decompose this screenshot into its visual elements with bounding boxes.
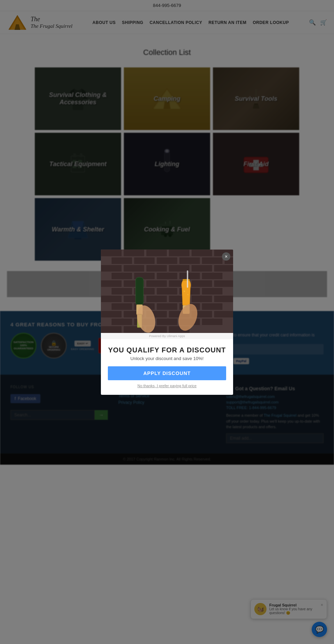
svg-rect-45 (101, 265, 122, 272)
svg-rect-36 (169, 250, 190, 256)
modal-overlay: × (0, 0, 334, 644)
powered-by-label: Powered By Ulimani Apps (101, 333, 233, 339)
svg-rect-35 (146, 250, 167, 256)
svg-rect-84 (111, 318, 132, 325)
svg-rect-54 (179, 272, 200, 279)
svg-rect-41 (157, 257, 177, 264)
svg-rect-78 (101, 311, 122, 318)
discount-modal: × (101, 250, 233, 395)
svg-rect-71 (191, 295, 212, 302)
svg-rect-69 (146, 295, 167, 302)
modal-illustration (101, 250, 233, 333)
svg-point-102 (188, 294, 189, 295)
svg-rect-37 (191, 250, 212, 256)
svg-rect-50 (214, 265, 233, 272)
modal-close-button[interactable]: × (222, 252, 230, 261)
svg-rect-49 (191, 265, 212, 272)
svg-rect-93 (136, 277, 143, 305)
svg-rect-73 (111, 303, 132, 310)
modal-image (101, 250, 233, 333)
svg-rect-39 (111, 257, 132, 264)
svg-rect-61 (214, 280, 233, 287)
svg-rect-47 (146, 265, 167, 272)
svg-point-101 (184, 291, 185, 292)
svg-rect-48 (169, 265, 190, 272)
svg-rect-83 (214, 311, 233, 318)
modal-headline: YOU QUALIFY FOR A DISCOUNT (108, 346, 226, 354)
svg-rect-66 (202, 288, 223, 295)
svg-rect-88 (202, 318, 223, 325)
svg-rect-89 (101, 326, 122, 333)
svg-rect-51 (111, 272, 132, 279)
svg-rect-86 (157, 318, 177, 325)
modal-sub: Unlock your discount and save 10%! (108, 356, 226, 361)
svg-rect-40 (134, 257, 155, 264)
modal-body: YOU QUALIFY FOR A DISCOUNT Unlock your d… (101, 339, 233, 395)
svg-rect-100 (187, 270, 188, 288)
decline-discount-link[interactable]: No thanks, I prefer paying full price (108, 384, 226, 388)
svg-rect-43 (202, 257, 223, 264)
svg-rect-77 (202, 303, 223, 310)
svg-rect-58 (146, 280, 167, 287)
svg-rect-53 (157, 272, 177, 279)
svg-rect-75 (157, 303, 177, 310)
svg-rect-46 (124, 265, 144, 272)
svg-rect-55 (202, 272, 223, 279)
svg-rect-33 (101, 250, 122, 256)
apply-discount-button[interactable]: APPLY DISCOUNT (108, 366, 226, 380)
svg-rect-72 (214, 295, 233, 302)
svg-rect-42 (179, 257, 200, 264)
svg-rect-99 (183, 279, 190, 281)
svg-rect-62 (111, 288, 132, 295)
svg-rect-34 (124, 250, 144, 256)
svg-rect-60 (191, 280, 212, 287)
svg-rect-67 (101, 295, 122, 302)
svg-rect-56 (101, 280, 122, 287)
svg-rect-64 (157, 288, 177, 295)
